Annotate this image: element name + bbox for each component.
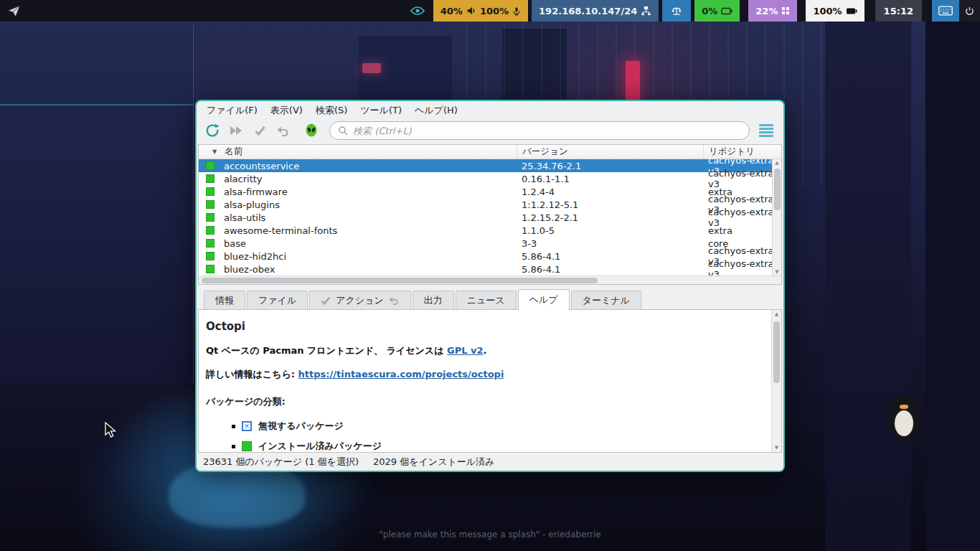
keyboard-icon	[938, 6, 953, 16]
help-title: Octopi	[206, 320, 763, 333]
column-header-repository[interactable]: リポジトリ	[703, 145, 781, 159]
installed-package-icon	[206, 213, 215, 222]
column-header-name[interactable]: ▼ 名前	[199, 145, 517, 159]
paper-plane-icon[interactable]	[4, 5, 24, 17]
battery-icon	[721, 7, 732, 15]
installed-package-icon	[206, 161, 215, 170]
table-row[interactable]: alsa-firmware 1.2.4-4 extra	[199, 185, 781, 198]
table-row[interactable]: awesome-terminal-fonts 1.1.0-5 extra	[199, 224, 781, 237]
installed-package-icon	[206, 226, 215, 235]
table-row[interactable]: alsa-plugins 1:1.2.12-5.1 cachyos-extra-…	[199, 198, 781, 211]
menu-search[interactable]: 検索(S)	[310, 103, 353, 118]
scroll-up-icon[interactable]: ▲	[775, 310, 778, 319]
grid-icon	[781, 6, 790, 15]
installed-package-icon	[242, 441, 252, 451]
package-category-list: ✕ 無視するパッケージ インストール済みパッケージ インストール済みパッケージ …	[206, 420, 763, 453]
aur-alien-icon[interactable]	[303, 122, 320, 139]
hamburger-menu-icon[interactable]	[756, 123, 776, 138]
power-button[interactable]	[959, 0, 980, 22]
package-categories-heading: パッケージの分類:	[206, 395, 763, 408]
tab-files[interactable]: ファイル	[247, 291, 308, 309]
bullet-icon	[232, 425, 235, 428]
scale-widget[interactable]	[662, 0, 691, 22]
clock-time: 15:12	[884, 6, 913, 17]
bullet-icon	[232, 445, 235, 448]
tab-actions[interactable]: アクション	[309, 291, 411, 309]
brightness-widget[interactable]: 100%	[806, 0, 864, 22]
scroll-up-icon[interactable]: ▲	[775, 159, 778, 166]
help-pane: Octopi Qt ベースの Pacman フロントエンド、 ライセンスは GP…	[198, 310, 782, 453]
battery-full-icon	[846, 7, 857, 15]
lower-tab-bar: 情報 ファイル アクション 出力 ニュース ヘルプ ターミナル	[198, 285, 782, 310]
table-row[interactable]: bluez-hid2hci 5.86-4.1 cachyos-extra-v3	[199, 250, 781, 263]
octopi-window: ファイル(F) 表示(V) 検索(S) ツール(T) ヘルプ(H)	[195, 100, 785, 472]
project-website-link[interactable]: https://tintaescura.com/projects/octopi	[298, 369, 504, 380]
scrollbar-thumb[interactable]	[773, 321, 780, 383]
tab-news[interactable]: ニュース	[456, 291, 517, 309]
installed-package-icon	[206, 252, 215, 260]
search-box	[329, 121, 750, 140]
menu-view[interactable]: 表示(V)	[265, 103, 308, 118]
wallpaper-splash-text: "please make this message a splash" - er…	[0, 529, 980, 540]
column-header-version[interactable]: バージョン	[517, 145, 703, 159]
wallpaper-building-left	[0, 25, 194, 384]
tab-help[interactable]: ヘルプ	[518, 289, 570, 310]
gpl-license-link[interactable]: GPL v2	[447, 345, 484, 356]
menu-tools[interactable]: ツール(T)	[354, 103, 407, 118]
speaker-icon	[466, 6, 476, 16]
neon-sign-small	[362, 63, 381, 73]
installed-package-icon	[206, 174, 215, 183]
scroll-down-icon[interactable]: ▼	[775, 443, 778, 452]
clock-widget[interactable]: 15:12	[875, 0, 922, 22]
table-vertical-scrollbar[interactable]: ▲ ▼	[772, 159, 781, 276]
network-widget[interactable]: 192.168.10.147/24	[532, 0, 659, 22]
rollback-icon[interactable]	[275, 122, 292, 139]
help-vertical-scrollbar[interactable]: ▲ ▼	[771, 310, 781, 452]
commit-icon[interactable]	[251, 122, 268, 139]
microphone-icon	[512, 6, 521, 17]
ethernet-icon	[641, 6, 651, 16]
wallpaper-building-right	[825, 0, 911, 551]
help-intro-line: Qt ベースの Pacman フロントエンド、 ライセンスは GPL v2.	[206, 344, 763, 357]
neon-sign	[626, 61, 640, 100]
sort-indicator-icon: ▼	[212, 149, 217, 155]
menu-file[interactable]: ファイル(F)	[201, 103, 263, 118]
tab-output[interactable]: 出力	[413, 291, 454, 309]
undo-icon	[389, 296, 400, 305]
network-address: 192.168.10.147/24	[539, 6, 637, 17]
scrollbar-thumb[interactable]	[774, 169, 781, 210]
table-header: ▼ 名前 バージョン リポジトリ	[199, 145, 781, 159]
table-row[interactable]: alsa-utils 1.2.15.2-2.1 cachyos-extra-v3	[199, 211, 781, 224]
table-row[interactable]: alacritty 0.16.1-1.1 cachyos-extra-v3	[199, 172, 781, 185]
table-row[interactable]: bluez-obex 5.86-4.1 cachyos-extra-v3	[199, 263, 781, 276]
usage-widget[interactable]: 22%	[748, 0, 797, 22]
table-horizontal-scrollbar[interactable]	[199, 276, 781, 284]
installed-package-icon	[206, 239, 215, 248]
menu-bar: ファイル(F) 表示(V) 検索(S) ツール(T) ヘルプ(H)	[197, 101, 783, 119]
balance-scale-icon	[671, 6, 682, 17]
search-icon	[338, 126, 348, 136]
scroll-down-icon[interactable]: ▼	[775, 268, 778, 276]
battery-widget[interactable]: 0%	[694, 0, 740, 22]
eye-icon[interactable]	[405, 0, 430, 22]
installed-package-icon	[206, 265, 215, 273]
list-item: インストール済みパッケージ	[232, 440, 763, 453]
tab-terminal[interactable]: ターミナル	[571, 291, 641, 309]
mic-level: 100%	[480, 6, 509, 17]
table-body: accountsservice 25.34.76-2.1 cachyos-ext…	[199, 159, 781, 276]
battery-level: 0%	[702, 6, 717, 17]
tab-info[interactable]: 情報	[204, 291, 245, 309]
package-count-text: 23631 個のパッケージ (1 個を選択)	[203, 456, 359, 468]
table-row[interactable]: base 3-3 core	[199, 237, 781, 250]
system-upgrade-icon[interactable]	[227, 122, 245, 139]
table-row[interactable]: accountsservice 25.34.76-2.1 cachyos-ext…	[199, 159, 781, 172]
menu-help[interactable]: ヘルプ(H)	[409, 103, 463, 118]
top-status-bar: 40% 100% 192.168.10.147/24 0% 22% 100% 1…	[0, 0, 980, 22]
brightness-level: 100%	[813, 6, 842, 17]
sync-database-icon[interactable]	[204, 122, 221, 139]
usage-level: 22%	[755, 6, 778, 17]
audio-widget[interactable]: 40% 100%	[433, 0, 528, 22]
keyboard-widget[interactable]	[932, 0, 959, 22]
search-input[interactable]	[353, 126, 741, 136]
mouse-cursor	[105, 422, 119, 441]
